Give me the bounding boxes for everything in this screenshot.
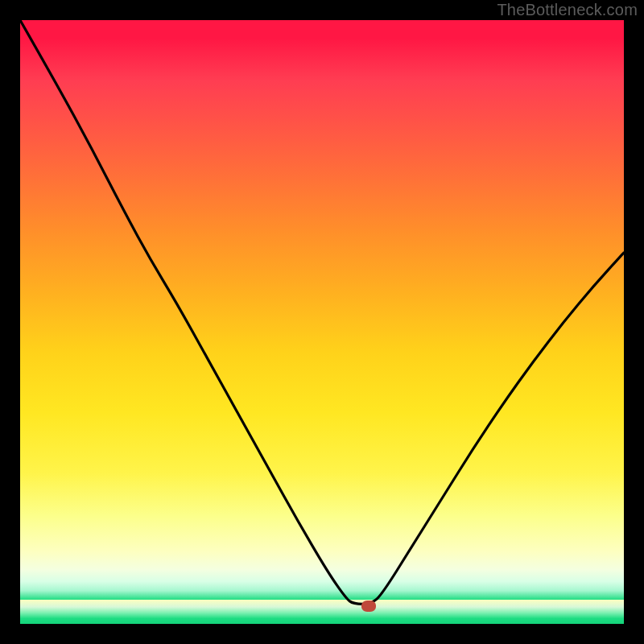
curve-path bbox=[20, 20, 624, 604]
minimum-marker bbox=[361, 601, 376, 612]
watermark-text: TheBottleneck.com bbox=[497, 1, 638, 19]
bottleneck-curve bbox=[20, 20, 624, 624]
chart-frame: TheBottleneck.com bbox=[0, 0, 644, 644]
plot-area bbox=[20, 20, 624, 624]
